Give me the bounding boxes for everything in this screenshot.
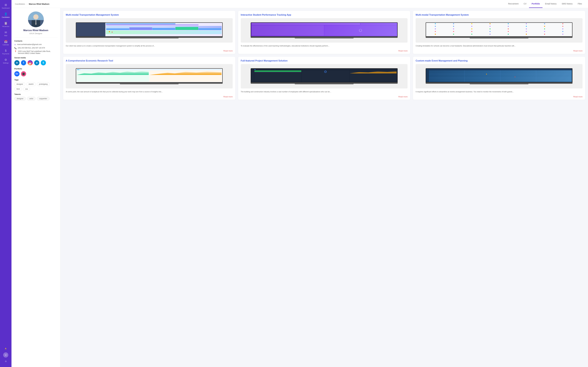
talent-artist[interactable]: artist	[27, 97, 36, 100]
payments-icon: $	[5, 49, 7, 52]
tag-prototyping[interactable]: prototyping	[37, 82, 50, 86]
left-panel: Marcus Rhiel Madsen UI/UX Designer Conta…	[11, 8, 60, 367]
read-more-6[interactable]: Read more	[573, 96, 583, 98]
portfolio-card-5: Full-featured Project Management Solutio…	[238, 57, 410, 100]
sidebar-item-dashboard[interactable]: ⊞ Dashboard	[0, 1, 11, 11]
laptop-stand-3	[470, 38, 528, 38]
logout-button[interactable]: ⏻	[3, 359, 8, 364]
card-footer-4: Read more	[63, 96, 235, 100]
portfolio-card-4: A Comprehensive Economic Research Tool	[63, 57, 235, 100]
card-desc-1: Our client has asked us to create a comp…	[66, 45, 233, 47]
dribbble-button[interactable]: ⚫	[21, 71, 26, 76]
mail-icon: ✉	[5, 31, 7, 34]
settings-icon: ⚙	[4, 58, 7, 61]
tab-recrutment[interactable]: Recrutment	[505, 0, 521, 8]
facebook-button[interactable]: f	[21, 60, 26, 65]
avatar-image	[28, 11, 44, 27]
card-footer-6: Read more	[413, 96, 585, 100]
read-more-2[interactable]: Read more	[398, 50, 407, 52]
tab-files[interactable]: Files	[575, 0, 585, 8]
sidebar-item-vacancies[interactable]: 📋 Vacancies	[0, 20, 11, 29]
contacts-title: Contacts	[14, 40, 57, 42]
tag-html[interactable]: html	[14, 87, 22, 91]
read-more-4[interactable]: Read more	[223, 96, 233, 98]
breadcrumb-parent[interactable]: Candidates	[15, 3, 25, 5]
profile-role: UI/UX Designer	[29, 32, 42, 34]
portfolio-card-3: Multi-modal Transportation Management Sy…	[413, 11, 585, 54]
notifications-button[interactable]: 🔔	[3, 346, 8, 351]
power-icon: ⏻	[5, 360, 7, 362]
card-desc-6: It requires significant efforts to strea…	[415, 91, 583, 93]
instagram-button[interactable]: ☕	[27, 60, 33, 65]
talent-copywriter[interactable]: copywriter	[37, 97, 50, 100]
sidebar-item-label: Payments	[2, 53, 9, 55]
card-content-5: Full-featured Project Management Solutio…	[238, 57, 410, 96]
talents-title: Talents	[14, 93, 57, 95]
nav-tabs: Recrutment CV Portfolio Email history SM…	[505, 0, 585, 8]
tab-email-history[interactable]: Email history	[543, 0, 559, 8]
laptop-stand-1	[120, 38, 179, 38]
social-media-links: in f ☕ ➤ S	[14, 60, 57, 65]
sidebar-bottom: 🔔 U ⏻	[3, 346, 8, 366]
card-desc-5: The building and construction industry i…	[241, 91, 408, 93]
skype-button[interactable]: S	[41, 60, 46, 65]
tags-title: Tags	[14, 79, 57, 81]
card-footer-1: Read more	[63, 50, 235, 54]
portfolio-title: Portfolio	[14, 68, 57, 70]
laptop-stand-6	[470, 84, 528, 84]
sidebar-item-payments[interactable]: $ Payments	[0, 47, 11, 56]
online-indicator	[42, 11, 44, 13]
laptop-screen-2	[251, 22, 398, 37]
tags-container: designer sketch prototyping html css	[14, 82, 57, 91]
card-title-4: A Comprehensive Economic Research Tool	[66, 59, 233, 62]
mini-map-1	[106, 31, 222, 34]
phone-icon: 📞	[14, 47, 17, 49]
card-desc-3: Creating timetables for schools can beco…	[415, 45, 583, 47]
laptop-base-2	[251, 37, 398, 38]
mini-sidebar	[76, 23, 105, 36]
breadcrumb-current: Marcus Rhiel Madsen	[29, 3, 49, 5]
laptop-mockup-1	[66, 18, 233, 42]
sidebar-item-settings[interactable]: ⚙ Settings	[0, 56, 11, 66]
mini-chart-1	[106, 26, 222, 30]
tag-css[interactable]: css	[23, 87, 30, 91]
linkedin-button[interactable]: in	[14, 60, 19, 65]
laptop-mockup-4	[66, 64, 233, 88]
card-image-5: 73%	[241, 64, 408, 88]
svg-rect-6	[35, 20, 36, 25]
tab-sms-history[interactable]: SMS history	[559, 0, 575, 8]
laptop-frame-4	[76, 68, 223, 84]
portfolio-links: Bé ⚫	[14, 71, 57, 76]
card-footer-5: Read more	[238, 96, 410, 100]
laptop-screen-5: 73%	[251, 68, 398, 83]
read-more-5[interactable]: Read more	[398, 96, 407, 98]
portfolio-card-2: Interactive Student Performance Tracking…	[238, 11, 410, 54]
portfolio-card-6: Custom-made Event Management and Plannin…	[413, 57, 585, 100]
read-more-1[interactable]: Read more	[223, 50, 233, 52]
behance-button[interactable]: Bé	[14, 71, 19, 76]
sidebar-item-candidates[interactable]: 👤 Candidates	[0, 11, 11, 20]
sidebar-item-label: Mail	[4, 35, 7, 36]
card-footer-3: Read more	[413, 50, 585, 54]
avatar[interactable]: U	[3, 352, 8, 358]
tag-sketch[interactable]: sketch	[26, 82, 36, 86]
laptop-base-6	[426, 83, 572, 84]
tag-designer[interactable]: designer	[14, 82, 25, 86]
card-desc-2: To evaluate the effectiveness of the use…	[241, 45, 408, 47]
screen-content-2	[251, 23, 397, 36]
laptop-stand-4	[120, 84, 179, 84]
sidebar-item-calendar[interactable]: 📅 Calendar	[0, 38, 11, 47]
profile-section: Marcus Rhiel Madsen UI/UX Designer	[14, 11, 57, 38]
read-more-3[interactable]: Read more	[573, 50, 583, 52]
tab-cv[interactable]: CV	[521, 0, 529, 8]
telegram-button[interactable]: ➤	[34, 60, 39, 65]
bell-icon: 🔔	[5, 348, 7, 350]
content-area: Marcus Rhiel Madsen UI/UX Designer Conta…	[11, 8, 588, 367]
right-panel: Multi-modal Transportation Management Sy…	[60, 8, 588, 367]
top-navigation: Candidates → Marcus Rhiel Madsen Recrutm…	[11, 0, 588, 8]
sidebar-item-label: Settings	[3, 62, 9, 64]
talent-designer[interactable]: designer	[14, 97, 26, 100]
sidebar-item-mail[interactable]: ✉ Mail	[0, 29, 11, 38]
card-content-2: Interactive Student Performance Tracking…	[238, 11, 410, 50]
tab-portfolio[interactable]: Portfolio	[529, 0, 543, 8]
